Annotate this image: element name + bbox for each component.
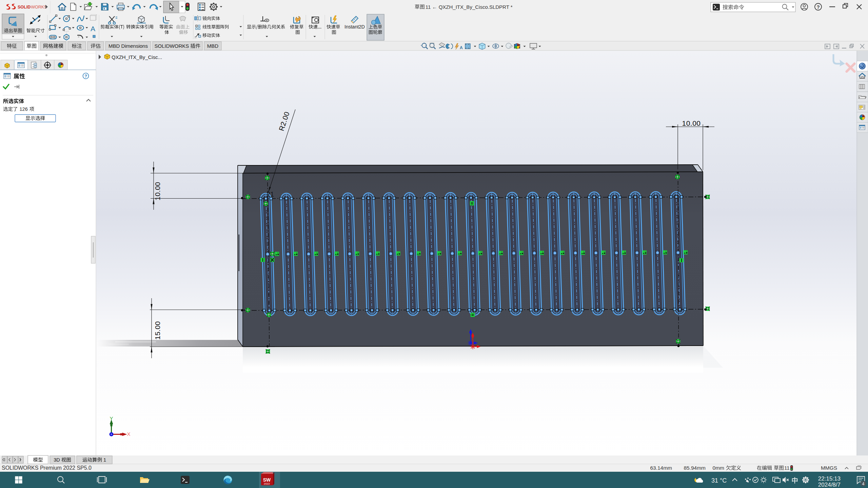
- svg-text:MMGS: MMGS: [821, 465, 837, 471]
- svg-text:11: 11: [784, 465, 790, 471]
- svg-text:A: A: [460, 45, 463, 50]
- svg-text:10.00: 10.00: [154, 182, 161, 200]
- svg-text:MBD: MBD: [207, 43, 219, 49]
- svg-text:SW: SW: [263, 477, 271, 483]
- svg-text:QXZH_ITX_By_Cisc...: QXZH_ITX_By_Cisc...: [112, 54, 162, 60]
- svg-text:63.14mm: 63.14mm: [650, 465, 672, 471]
- svg-text:WORKS: WORKS: [31, 5, 47, 9]
- svg-text:10.00: 10.00: [682, 119, 701, 127]
- svg-text:2022: 2022: [264, 482, 270, 485]
- svg-text:4: 4: [862, 482, 865, 486]
- svg-text:MBD Dimensions: MBD Dimensions: [108, 43, 148, 49]
- svg-text:Y: Y: [110, 415, 113, 421]
- svg-text:22:15:13: 22:15:13: [818, 475, 841, 482]
- svg-text:X: X: [127, 431, 131, 437]
- svg-text:A: A: [91, 25, 95, 33]
- svg-text:2024/8/7: 2024/8/7: [818, 482, 841, 488]
- svg-text:31 °C: 31 °C: [711, 477, 727, 484]
- svg-text:11 ← QXZH_ITX_By_Cisco.SLDPRT: 11 ← QXZH_ITX_By_Cisco.SLDPRT *: [426, 4, 513, 10]
- svg-text:?: ?: [816, 4, 820, 10]
- svg-text:SOLIDWORKS Premium 2022 SP5.0: SOLIDWORKS Premium 2022 SP5.0: [2, 465, 92, 471]
- svg-text:3D: 3D: [54, 457, 60, 463]
- svg-text:15.00: 15.00: [154, 321, 161, 340]
- svg-text:SOLID: SOLID: [18, 5, 31, 9]
- svg-text:85.94mm: 85.94mm: [684, 465, 706, 471]
- svg-text:1: 1: [103, 457, 106, 463]
- svg-text:21: 21: [267, 190, 274, 198]
- svg-text:SOLIDWORKS: SOLIDWORKS: [155, 43, 189, 49]
- svg-text:Instant2D: Instant2D: [344, 24, 365, 29]
- svg-text:0mm: 0mm: [713, 465, 724, 471]
- svg-text:126: 126: [20, 106, 28, 112]
- svg-text:?: ?: [84, 74, 87, 79]
